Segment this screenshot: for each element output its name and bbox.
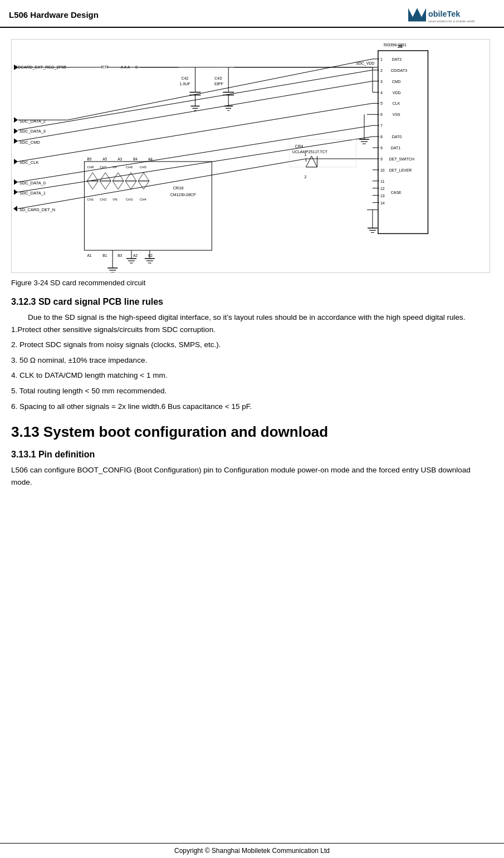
svg-text:2: 2 bbox=[380, 69, 383, 72]
svg-text:14: 14 bbox=[380, 201, 385, 205]
svg-text:DAT2: DAT2 bbox=[392, 57, 402, 61]
svg-text:C42: C42 bbox=[182, 76, 189, 80]
svg-line-108 bbox=[18, 136, 373, 192]
svg-text:CH2: CH2 bbox=[100, 198, 107, 201]
svg-text:13: 13 bbox=[380, 194, 385, 198]
svg-text:A4: A4 bbox=[148, 157, 153, 161]
svg-rect-121 bbox=[84, 162, 212, 250]
svg-text:VN: VN bbox=[112, 198, 117, 201]
svg-text:VSS: VSS bbox=[393, 113, 400, 116]
svg-text:CH5: CH5 bbox=[140, 165, 147, 169]
svg-text:7: 7 bbox=[380, 124, 383, 128]
svg-text:CMD: CMD bbox=[392, 80, 401, 84]
svg-text:CASE: CASE bbox=[391, 191, 402, 194]
svg-text:CH8: CH8 bbox=[87, 165, 94, 169]
svg-marker-141 bbox=[138, 181, 149, 189]
list-item: 6. Spacing to all other signals = 2x lin… bbox=[11, 401, 493, 413]
svg-marker-109 bbox=[13, 206, 17, 212]
svg-text:VP: VP bbox=[112, 165, 117, 169]
svg-text:12: 12 bbox=[380, 187, 385, 191]
svg-text:8: 8 bbox=[380, 135, 383, 139]
svg-text:11: 11 bbox=[380, 179, 385, 183]
list-item: 3. 50 Ω nominal, ±10% trace impedance. bbox=[11, 354, 493, 367]
svg-text:B2: B2 bbox=[148, 254, 153, 257]
svg-text:5: 5 bbox=[380, 101, 383, 105]
svg-text:503398-0891: 503398-0891 bbox=[384, 43, 407, 47]
svg-text:A5: A5 bbox=[102, 157, 107, 161]
svg-text:6: 6 bbox=[380, 113, 383, 116]
svg-text:smart solution for a smarter w: smart solution for a smarter world bbox=[428, 20, 474, 23]
svg-text:A1: A1 bbox=[87, 254, 91, 257]
svg-line-111 bbox=[18, 159, 306, 209]
svg-text:SDC_DATA_2: SDC_DATA_2 bbox=[19, 119, 46, 124]
page-header: L506 Hardware Design obileTek smart solu… bbox=[0, 0, 504, 28]
svg-text:SDC_CMD: SDC_CMD bbox=[19, 140, 40, 145]
section-312-heading: 3.12.3 SD card signal PCB line rules bbox=[11, 297, 493, 307]
svg-text:∧∧∧: ∧∧∧ bbox=[120, 65, 130, 70]
svg-text:CH4: CH4 bbox=[140, 198, 147, 201]
svg-text:B5: B5 bbox=[87, 157, 91, 161]
svg-text:33PF: 33PF bbox=[214, 82, 223, 86]
svg-text:CR4: CR4 bbox=[295, 144, 304, 149]
list-item: 4. CLK to DATA/CMD length matching < 1 m… bbox=[11, 369, 493, 382]
circuit-diagram: SDCARD_EXT_REG_2P85 R77 ∧∧∧ 0 C42 1.0UF bbox=[11, 39, 490, 273]
svg-text:UCLAMP2511T.TCT: UCLAMP2511T.TCT bbox=[292, 150, 328, 154]
svg-marker-106 bbox=[14, 189, 18, 195]
company-logo: obileTek smart solution for a smarter wo… bbox=[406, 4, 495, 25]
figure-caption: Figure 3-24 SD card recommended circuit bbox=[11, 279, 493, 287]
svg-text:CH7: CH7 bbox=[100, 165, 107, 169]
page-title: L506 Hardware Design bbox=[9, 10, 99, 20]
svg-text:4: 4 bbox=[380, 91, 383, 95]
svg-text:B1: B1 bbox=[102, 254, 107, 257]
svg-text:CH6: CH6 bbox=[126, 165, 133, 169]
svg-text:obileTek: obileTek bbox=[428, 9, 461, 18]
svg-text:3: 3 bbox=[380, 80, 383, 84]
main-content: SDCARD_EXT_REG_2P85 R77 ∧∧∧ 0 C42 1.0UF bbox=[0, 28, 504, 514]
svg-text:B3: B3 bbox=[118, 254, 122, 257]
svg-marker-139 bbox=[112, 181, 124, 189]
svg-text:CH1: CH1 bbox=[87, 198, 94, 201]
svg-text:1: 1 bbox=[305, 153, 307, 157]
svg-text:CLK: CLK bbox=[393, 101, 400, 105]
section-313-sub-heading: 3.13.1 Pin definition bbox=[11, 450, 493, 460]
svg-text:9: 9 bbox=[380, 157, 383, 161]
section-313-heading-large: 3.13 System boot configuration and downl… bbox=[11, 423, 493, 441]
svg-text:A3: A3 bbox=[118, 157, 122, 161]
svg-text:DET_SWITCH: DET_SWITCH bbox=[389, 157, 414, 162]
svg-marker-103 bbox=[14, 179, 18, 185]
svg-text:0: 0 bbox=[135, 65, 138, 70]
list-item: 5. Total routing length < 50 mm recommen… bbox=[11, 385, 493, 397]
svg-marker-136 bbox=[138, 173, 149, 181]
svg-text:SDC_DATA_3: SDC_DATA_3 bbox=[19, 129, 46, 134]
svg-marker-137 bbox=[87, 181, 98, 189]
section-312-para: Due to the SD signal is the high-speed d… bbox=[11, 311, 493, 324]
svg-text:1.0UF: 1.0UF bbox=[180, 82, 190, 86]
svg-text:B4: B4 bbox=[133, 157, 138, 161]
svg-text:2: 2 bbox=[305, 175, 307, 179]
svg-marker-133 bbox=[100, 173, 111, 181]
svg-rect-34 bbox=[378, 51, 428, 233]
svg-text:10: 10 bbox=[380, 168, 385, 172]
svg-marker-116 bbox=[306, 156, 317, 167]
svg-text:DET_LEVER: DET_LEVER bbox=[389, 168, 412, 173]
svg-marker-138 bbox=[100, 181, 111, 189]
svg-text:CH3: CH3 bbox=[126, 198, 133, 201]
list-item: 2. Protect SDC signals from noisy signal… bbox=[11, 339, 493, 351]
svg-text:SDCARD_EXT_REG_2P85: SDCARD_EXT_REG_2P85 bbox=[15, 65, 66, 70]
svg-text:1: 1 bbox=[380, 57, 383, 61]
circuit-svg: SDCARD_EXT_REG_2P85 R77 ∧∧∧ 0 C42 1.0UF bbox=[12, 40, 490, 272]
svg-text:A2: A2 bbox=[133, 254, 138, 257]
svg-text:SD_CARD_DET_N: SD_CARD_DET_N bbox=[19, 207, 55, 212]
svg-marker-140 bbox=[125, 181, 136, 189]
svg-text:CD/DAT3: CD/DAT3 bbox=[391, 69, 407, 72]
footer: Copyright © Shanghai Mobiletek Communica… bbox=[0, 843, 504, 858]
svg-marker-90 bbox=[14, 117, 18, 123]
copyright-text: Copyright © Shanghai Mobiletek Communica… bbox=[174, 847, 330, 855]
svg-marker-94 bbox=[14, 128, 18, 134]
section-312-items: 1.Protect other sensitive signals/circui… bbox=[11, 324, 493, 413]
svg-text:DAT0: DAT0 bbox=[392, 135, 402, 139]
list-item: 1.Protect other sensitive signals/circui… bbox=[11, 324, 493, 336]
svg-marker-97 bbox=[14, 138, 18, 144]
section-313-para: L506 can configure BOOT_CONFIG (Boot Con… bbox=[11, 464, 493, 488]
logo-container: obileTek smart solution for a smarter wo… bbox=[406, 4, 495, 25]
